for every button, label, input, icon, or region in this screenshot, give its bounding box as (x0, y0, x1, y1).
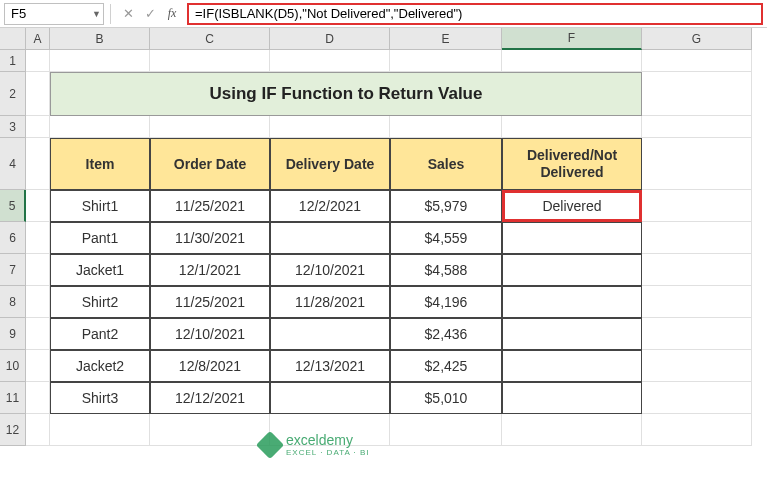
cell-status[interactable]: Delivered (502, 190, 642, 222)
select-all-corner[interactable] (0, 28, 26, 50)
cell-order-date[interactable]: 11/25/2021 (150, 190, 270, 222)
col-header-b[interactable]: B (50, 28, 150, 50)
cell[interactable] (642, 222, 752, 254)
cell-status[interactable] (502, 286, 642, 318)
row-header-1[interactable]: 1 (0, 50, 26, 72)
row-header-4[interactable]: 4 (0, 138, 26, 190)
cell[interactable] (642, 50, 752, 72)
cell[interactable] (642, 286, 752, 318)
formula-input[interactable]: =IF(ISBLANK(D5),"Not Delivered","Deliver… (187, 3, 763, 25)
cell[interactable] (642, 254, 752, 286)
cell-item[interactable]: Pant2 (50, 318, 150, 350)
cell[interactable] (150, 50, 270, 72)
cell[interactable] (26, 382, 50, 414)
cell[interactable] (642, 350, 752, 382)
cell-item[interactable]: Shirt3 (50, 382, 150, 414)
cell[interactable] (390, 116, 502, 138)
row-header-8[interactable]: 8 (0, 286, 26, 318)
cell-status[interactable] (502, 350, 642, 382)
row-header-12[interactable]: 12 (0, 414, 26, 446)
cell[interactable] (642, 138, 752, 190)
cell[interactable] (502, 50, 642, 72)
name-box[interactable]: F5 ▼ (4, 3, 104, 25)
cell[interactable] (150, 116, 270, 138)
cell[interactable] (26, 190, 50, 222)
cell[interactable] (26, 116, 50, 138)
cell[interactable] (642, 116, 752, 138)
cell-status[interactable] (502, 222, 642, 254)
cell[interactable] (26, 414, 50, 446)
cell[interactable] (642, 318, 752, 350)
cell-delivery-date[interactable]: 12/2/2021 (270, 190, 390, 222)
col-header-e[interactable]: E (390, 28, 502, 50)
cell-order-date[interactable]: 12/12/2021 (150, 382, 270, 414)
row-header-10[interactable]: 10 (0, 350, 26, 382)
cell[interactable] (150, 414, 270, 446)
cell[interactable] (502, 414, 642, 446)
cell-item[interactable]: Pant1 (50, 222, 150, 254)
cell-sales[interactable]: $2,436 (390, 318, 502, 350)
cell[interactable] (270, 116, 390, 138)
row-header-3[interactable]: 3 (0, 116, 26, 138)
cell[interactable] (26, 72, 50, 116)
cell-item[interactable]: Shirt2 (50, 286, 150, 318)
col-header-d[interactable]: D (270, 28, 390, 50)
title-cell[interactable]: Using IF Function to Return Value (50, 72, 642, 116)
cell-order-date[interactable]: 11/30/2021 (150, 222, 270, 254)
cell[interactable] (50, 50, 150, 72)
cell-status[interactable] (502, 254, 642, 286)
row-header-7[interactable]: 7 (0, 254, 26, 286)
fx-icon[interactable]: fx (161, 3, 183, 25)
cell-sales[interactable]: $5,979 (390, 190, 502, 222)
cell-order-date[interactable]: 12/10/2021 (150, 318, 270, 350)
cell[interactable] (26, 318, 50, 350)
cell-delivery-date[interactable]: 11/28/2021 (270, 286, 390, 318)
row-header-9[interactable]: 9 (0, 318, 26, 350)
cell[interactable] (26, 254, 50, 286)
cell-item[interactable]: Jacket2 (50, 350, 150, 382)
row-header-5[interactable]: 5 (0, 190, 26, 222)
cell[interactable] (26, 222, 50, 254)
cell[interactable] (50, 414, 150, 446)
cell-item[interactable]: Jacket1 (50, 254, 150, 286)
cell[interactable] (26, 350, 50, 382)
cancel-icon[interactable]: ✕ (117, 3, 139, 25)
cell[interactable] (642, 414, 752, 446)
cell-order-date[interactable]: 12/8/2021 (150, 350, 270, 382)
row-header-6[interactable]: 6 (0, 222, 26, 254)
header-item[interactable]: Item (50, 138, 150, 190)
cell[interactable] (26, 50, 50, 72)
cell-item[interactable]: Shirt1 (50, 190, 150, 222)
cell-order-date[interactable]: 11/25/2021 (150, 286, 270, 318)
cell[interactable] (390, 414, 502, 446)
cell-delivery-date[interactable]: 12/13/2021 (270, 350, 390, 382)
cell-sales[interactable]: $2,425 (390, 350, 502, 382)
col-header-a[interactable]: A (26, 28, 50, 50)
header-status[interactable]: Delivered/Not Delivered (502, 138, 642, 190)
cell-sales[interactable]: $4,588 (390, 254, 502, 286)
row-header-11[interactable]: 11 (0, 382, 26, 414)
cell[interactable] (642, 190, 752, 222)
col-header-c[interactable]: C (150, 28, 270, 50)
cell[interactable] (26, 138, 50, 190)
cell-status[interactable] (502, 382, 642, 414)
col-header-g[interactable]: G (642, 28, 752, 50)
col-header-f[interactable]: F (502, 28, 642, 50)
cell-order-date[interactable]: 12/1/2021 (150, 254, 270, 286)
cell[interactable] (26, 286, 50, 318)
cell-status[interactable] (502, 318, 642, 350)
cell[interactable] (390, 50, 502, 72)
cell-delivery-date[interactable] (270, 382, 390, 414)
row-header-2[interactable]: 2 (0, 72, 26, 116)
cell-sales[interactable]: $4,196 (390, 286, 502, 318)
header-delivery-date[interactable]: Delivery Date (270, 138, 390, 190)
header-sales[interactable]: Sales (390, 138, 502, 190)
cell[interactable] (642, 72, 752, 116)
cell[interactable] (50, 116, 150, 138)
cell-delivery-date[interactable] (270, 222, 390, 254)
enter-icon[interactable]: ✓ (139, 3, 161, 25)
chevron-down-icon[interactable]: ▼ (92, 9, 101, 19)
cell[interactable] (502, 116, 642, 138)
cell[interactable] (642, 382, 752, 414)
cell-sales[interactable]: $4,559 (390, 222, 502, 254)
